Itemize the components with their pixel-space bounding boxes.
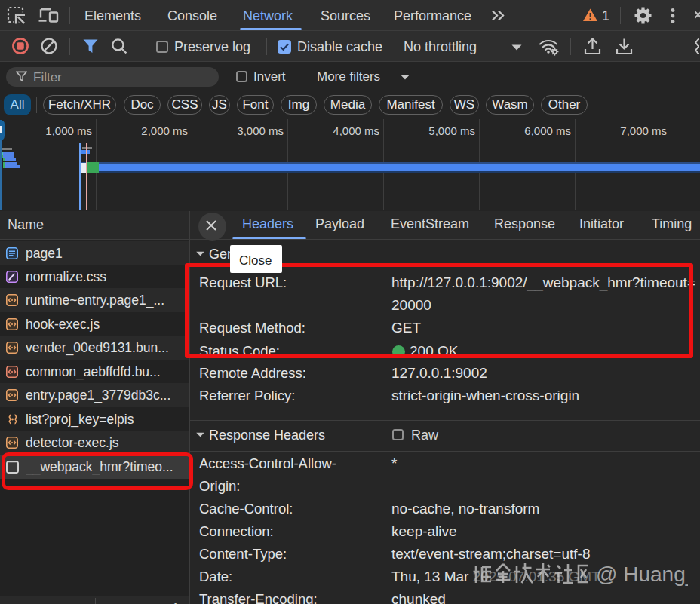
svg-text:@ Huang_: @ Huang_ — [596, 563, 688, 586]
